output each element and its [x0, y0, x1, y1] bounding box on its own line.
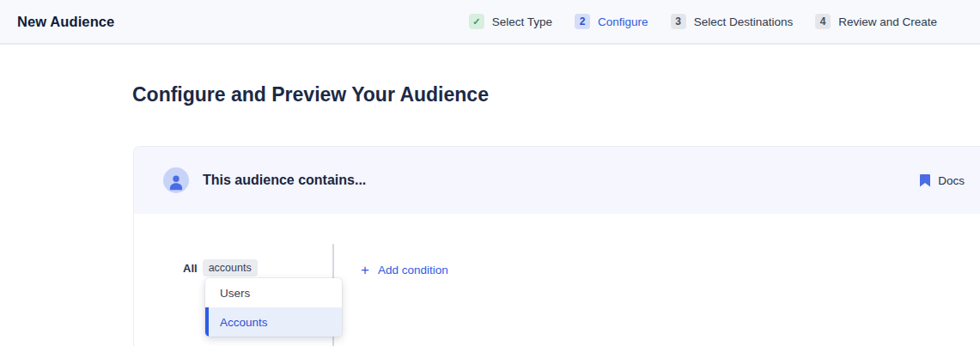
audience-card-header: This audience contains... Docs [134, 147, 980, 214]
step-label: Configure [598, 15, 648, 28]
new-audience-page: New Audience ✓ Select Type 2 Configure 3… [0, 0, 980, 346]
user-avatar-icon [163, 167, 189, 193]
audience-card-body: All accounts + Add condition Users Accou… [134, 214, 980, 346]
add-condition-button[interactable]: + Add condition [361, 263, 448, 277]
step-number-badge: 4 [815, 14, 831, 29]
step-configure[interactable]: 2 Configure [575, 14, 648, 29]
step-label: Review and Create [838, 15, 937, 28]
dropdown-item-accounts[interactable]: Accounts [205, 307, 342, 337]
docs-label: Docs [938, 174, 965, 187]
step-number-badge: 2 [575, 14, 590, 29]
page-heading: Configure and Preview Your Audience [132, 83, 980, 106]
top-bar: New Audience ✓ Select Type 2 Configure 3… [0, 0, 980, 45]
plus-icon: + [361, 263, 369, 277]
step-label: Select Type [492, 15, 552, 28]
step-review-and-create[interactable]: 4 Review and Create [815, 14, 937, 29]
entity-type-dropdown-trigger[interactable]: accounts [203, 259, 258, 276]
entity-type-dropdown-menu: Users Accounts [205, 278, 342, 337]
quantifier-label: All [183, 262, 198, 275]
bookmark-icon [920, 174, 930, 187]
step-label: Select Destinations [694, 15, 794, 28]
step-select-type[interactable]: ✓ Select Type [469, 14, 552, 29]
page-title: New Audience [17, 14, 114, 30]
audience-scope-row: All accounts [183, 259, 258, 276]
wizard-stepper: ✓ Select Type 2 Configure 3 Select Desti… [469, 14, 937, 29]
step-select-destinations[interactable]: 3 Select Destinations [671, 14, 794, 29]
card-title: This audience contains... [203, 173, 366, 188]
docs-link[interactable]: Docs [920, 174, 965, 187]
audience-card: This audience contains... Docs All accou… [133, 146, 980, 346]
add-condition-label: Add condition [378, 264, 448, 276]
step-number-badge: 3 [671, 14, 686, 29]
dropdown-item-users[interactable]: Users [205, 278, 342, 307]
check-icon: ✓ [469, 14, 484, 29]
